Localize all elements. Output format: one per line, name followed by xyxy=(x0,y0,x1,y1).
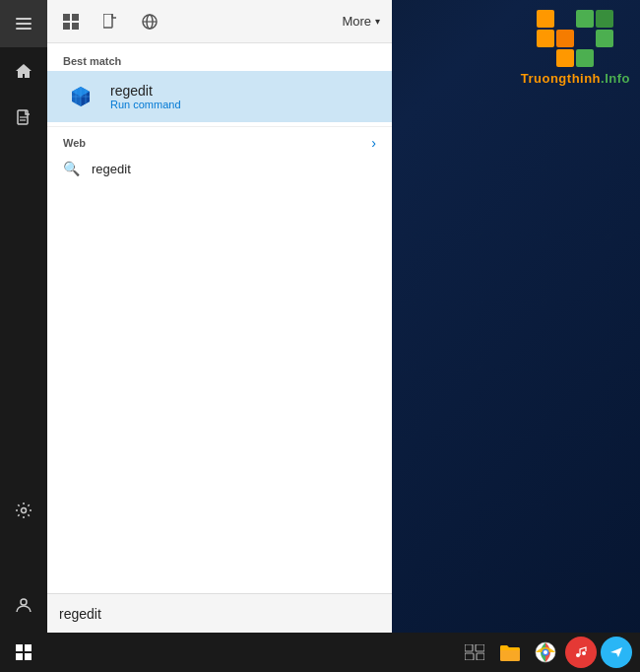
svg-point-30 xyxy=(582,651,586,655)
regedit-name: regedit xyxy=(110,83,181,99)
svg-rect-9 xyxy=(103,14,112,28)
web-label: Web xyxy=(63,137,86,149)
search-bar xyxy=(47,593,392,633)
svg-point-28 xyxy=(544,650,547,654)
search-icon: 🔍 xyxy=(63,161,80,176)
music-button[interactable] xyxy=(565,637,597,668)
svg-rect-5 xyxy=(63,14,70,21)
svg-rect-7 xyxy=(63,23,70,30)
svg-rect-20 xyxy=(465,644,473,651)
doc-svg xyxy=(103,14,117,30)
spacer xyxy=(47,182,392,593)
watermark: Truongthinh.Info xyxy=(521,10,630,86)
start-menu: More ▾ Best match regedit Ru xyxy=(47,0,392,633)
sidebar xyxy=(0,0,47,633)
sidebar-item-home[interactable] xyxy=(0,47,47,95)
chevron-down-icon: ▾ xyxy=(375,16,380,27)
start-button[interactable] xyxy=(0,633,47,672)
more-label: More xyxy=(342,14,371,29)
logo-cell xyxy=(556,10,574,28)
globe-svg xyxy=(142,14,158,30)
logo-cell xyxy=(576,30,594,47)
settings-icon xyxy=(15,502,32,519)
svg-point-3 xyxy=(22,508,27,513)
telegram-button[interactable] xyxy=(601,637,632,668)
sidebar-item-user[interactable] xyxy=(0,581,47,629)
svg-rect-6 xyxy=(72,14,79,21)
user-icon xyxy=(15,596,32,614)
best-match-label: Best match xyxy=(47,43,392,71)
web-arrow-icon[interactable]: › xyxy=(371,135,376,151)
search-input[interactable] xyxy=(59,606,380,622)
toolbar-globe-icon[interactable] xyxy=(138,10,161,34)
file-explorer-button[interactable] xyxy=(494,637,526,668)
regedit-result-item[interactable]: regedit Run command xyxy=(47,71,392,122)
documents-icon xyxy=(15,109,32,127)
menu-toolbar: More ▾ xyxy=(47,0,392,43)
sidebar-item-documents[interactable] xyxy=(0,95,47,142)
regedit-result-text: regedit Run command xyxy=(110,83,181,110)
regedit-cube-svg xyxy=(64,80,97,113)
logo-cell xyxy=(537,30,554,47)
task-view-button[interactable] xyxy=(459,637,490,668)
more-button[interactable]: More ▾ xyxy=(342,14,380,29)
toolbar-doc-icon[interactable] xyxy=(98,10,122,34)
task-view-icon xyxy=(465,644,484,660)
tiles-svg xyxy=(63,14,79,30)
svg-point-4 xyxy=(21,599,27,605)
chrome-icon xyxy=(535,641,556,663)
home-icon xyxy=(15,62,32,80)
taskbar-icons xyxy=(459,637,640,668)
logo-cell xyxy=(537,49,554,67)
logo-cell xyxy=(537,10,554,28)
music-icon xyxy=(574,645,588,659)
logo-cell xyxy=(576,49,594,67)
svg-rect-22 xyxy=(465,653,474,660)
web-section-header: Web › xyxy=(47,126,392,155)
sidebar-item-settings[interactable] xyxy=(0,487,47,534)
windows-icon xyxy=(16,644,32,660)
logo-cell xyxy=(596,49,613,67)
web-item-text: regedit xyxy=(92,162,131,176)
taskbar xyxy=(0,633,640,672)
file-explorer-icon xyxy=(499,642,521,662)
chrome-button[interactable] xyxy=(530,637,561,668)
svg-rect-8 xyxy=(72,23,79,30)
regedit-sub: Run command xyxy=(110,99,181,110)
logo-cell xyxy=(556,49,574,67)
svg-rect-21 xyxy=(476,644,484,651)
web-search-item[interactable]: 🔍 regedit xyxy=(47,155,392,182)
watermark-domain: .Info xyxy=(601,71,630,86)
svg-rect-23 xyxy=(477,653,484,660)
logo-cell xyxy=(596,10,613,28)
toolbar-tiles-icon[interactable] xyxy=(59,10,83,34)
logo-cell xyxy=(596,30,613,47)
logo-cell xyxy=(556,30,574,47)
watermark-text: Truongthinh.Info xyxy=(521,71,630,86)
regedit-icon xyxy=(63,79,98,114)
telegram-icon xyxy=(609,645,623,659)
watermark-site: Truongthinh xyxy=(521,71,601,86)
logo-cell xyxy=(576,10,594,28)
sidebar-hamburger[interactable] xyxy=(0,0,47,47)
hamburger-icon xyxy=(16,18,32,30)
logo-grid xyxy=(537,10,613,67)
